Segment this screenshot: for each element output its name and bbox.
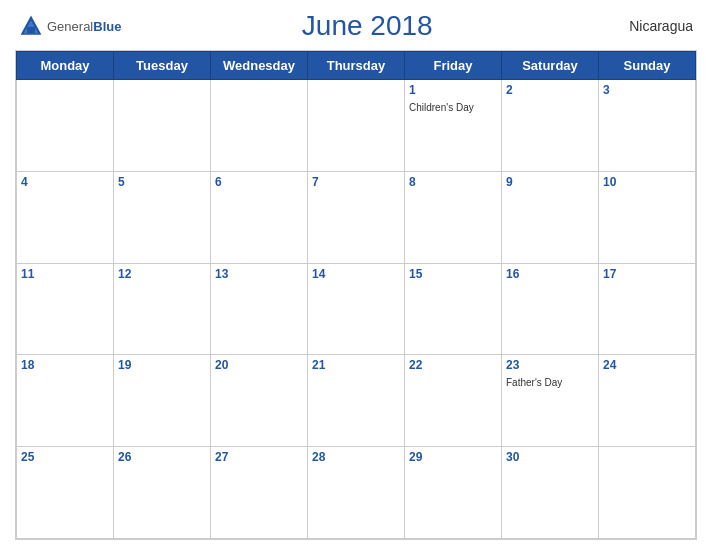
week-row-1: 1Children's Day23	[17, 80, 696, 172]
day-cell-2-4: 7	[308, 171, 405, 263]
day-cell-4-4: 21	[308, 355, 405, 447]
calendar-title: June 2018	[121, 10, 613, 42]
week-row-4: 181920212223Father's Day24	[17, 355, 696, 447]
day-number: 16	[506, 267, 594, 281]
day-number: 18	[21, 358, 109, 372]
day-number: 30	[506, 450, 594, 464]
day-number: 17	[603, 267, 691, 281]
logo-icon	[19, 14, 43, 38]
calendar-grid: Monday Tuesday Wednesday Thursday Friday…	[15, 50, 697, 540]
day-number: 1	[409, 83, 497, 97]
day-event: Father's Day	[506, 377, 562, 388]
day-number: 29	[409, 450, 497, 464]
day-number: 13	[215, 267, 303, 281]
day-number: 12	[118, 267, 206, 281]
week-row-2: 45678910	[17, 171, 696, 263]
day-number: 28	[312, 450, 400, 464]
day-number: 21	[312, 358, 400, 372]
day-cell-2-3: 6	[211, 171, 308, 263]
day-number: 24	[603, 358, 691, 372]
day-event: Children's Day	[409, 102, 474, 113]
header-tuesday: Tuesday	[114, 52, 211, 80]
country-label: Nicaragua	[613, 18, 693, 34]
day-cell-3-3: 13	[211, 263, 308, 355]
day-cell-2-1: 4	[17, 171, 114, 263]
day-cell-4-7: 24	[599, 355, 696, 447]
day-cell-5-4: 28	[308, 447, 405, 539]
day-cell-1-5: 1Children's Day	[405, 80, 502, 172]
day-cell-5-6: 30	[502, 447, 599, 539]
day-number: 7	[312, 175, 400, 189]
day-cell-5-2: 26	[114, 447, 211, 539]
day-number: 8	[409, 175, 497, 189]
header: GeneralBlue June 2018 Nicaragua	[15, 10, 697, 42]
day-number: 25	[21, 450, 109, 464]
day-cell-5-1: 25	[17, 447, 114, 539]
logo-general-text: GeneralBlue	[47, 17, 121, 35]
day-number: 3	[603, 83, 691, 97]
day-number: 6	[215, 175, 303, 189]
day-number: 4	[21, 175, 109, 189]
day-cell-3-2: 12	[114, 263, 211, 355]
week-row-3: 11121314151617	[17, 263, 696, 355]
day-cell-3-5: 15	[405, 263, 502, 355]
header-friday: Friday	[405, 52, 502, 80]
header-wednesday: Wednesday	[211, 52, 308, 80]
week-row-5: 252627282930	[17, 447, 696, 539]
header-thursday: Thursday	[308, 52, 405, 80]
day-number: 2	[506, 83, 594, 97]
day-cell-4-6: 23Father's Day	[502, 355, 599, 447]
day-cell-2-5: 8	[405, 171, 502, 263]
day-cell-3-1: 11	[17, 263, 114, 355]
day-number: 5	[118, 175, 206, 189]
calendar-page: GeneralBlue June 2018 Nicaragua Monday T…	[0, 0, 712, 550]
day-number: 14	[312, 267, 400, 281]
day-number: 27	[215, 450, 303, 464]
day-cell-1-1	[17, 80, 114, 172]
day-cell-4-2: 19	[114, 355, 211, 447]
header-sunday: Sunday	[599, 52, 696, 80]
day-cell-2-2: 5	[114, 171, 211, 263]
day-cell-5-3: 27	[211, 447, 308, 539]
day-cell-1-4	[308, 80, 405, 172]
day-number: 20	[215, 358, 303, 372]
day-cell-5-7	[599, 447, 696, 539]
day-number: 23	[506, 358, 594, 372]
day-cell-3-6: 16	[502, 263, 599, 355]
day-cell-2-7: 10	[599, 171, 696, 263]
svg-rect-2	[27, 27, 35, 33]
day-cell-4-3: 20	[211, 355, 308, 447]
day-cell-1-2	[114, 80, 211, 172]
day-number: 15	[409, 267, 497, 281]
day-cell-1-7: 3	[599, 80, 696, 172]
day-number: 22	[409, 358, 497, 372]
day-cell-5-5: 29	[405, 447, 502, 539]
day-number: 26	[118, 450, 206, 464]
day-number: 19	[118, 358, 206, 372]
day-number: 10	[603, 175, 691, 189]
header-monday: Monday	[17, 52, 114, 80]
logo: GeneralBlue	[19, 14, 121, 38]
day-number: 9	[506, 175, 594, 189]
day-cell-3-4: 14	[308, 263, 405, 355]
day-number: 11	[21, 267, 109, 281]
day-cell-4-1: 18	[17, 355, 114, 447]
day-cell-1-6: 2	[502, 80, 599, 172]
day-cell-1-3	[211, 80, 308, 172]
header-saturday: Saturday	[502, 52, 599, 80]
day-cell-3-7: 17	[599, 263, 696, 355]
day-cell-4-5: 22	[405, 355, 502, 447]
weekday-header-row: Monday Tuesday Wednesday Thursday Friday…	[17, 52, 696, 80]
day-cell-2-6: 9	[502, 171, 599, 263]
